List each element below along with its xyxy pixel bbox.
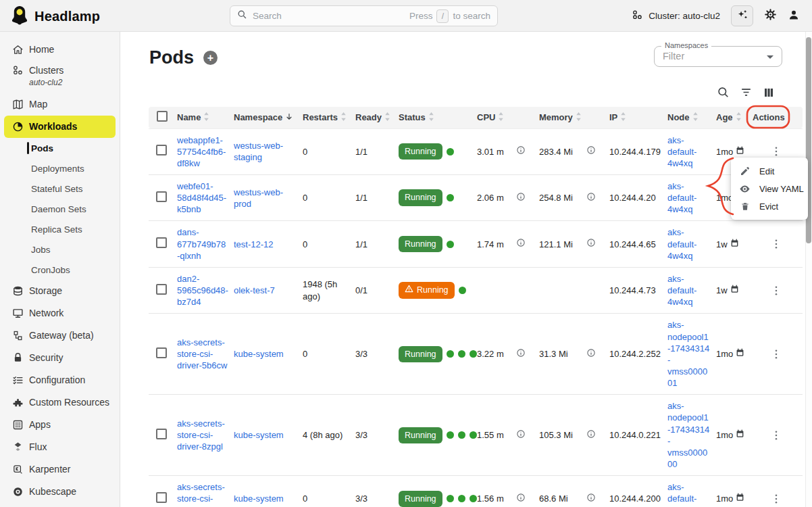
column-header-ip[interactable]: IP bbox=[607, 107, 665, 128]
pod-name-link[interactable]: aks-secrets-store-csi-driver-5b6cw bbox=[177, 337, 227, 370]
row-actions-button[interactable] bbox=[753, 238, 800, 250]
table-filter-button[interactable] bbox=[740, 86, 753, 99]
namespace-link[interactable]: kube-system bbox=[234, 493, 284, 504]
sidebar-item-flux[interactable]: Flux bbox=[0, 436, 120, 458]
menu-item-evict[interactable]: Evict bbox=[731, 197, 808, 215]
select-all-checkbox[interactable] bbox=[157, 111, 168, 122]
namespace-link[interactable]: olek-test-7 bbox=[234, 285, 275, 295]
user-menu-button[interactable] bbox=[788, 9, 800, 24]
table-columns-button[interactable] bbox=[763, 87, 775, 99]
row-actions-button[interactable] bbox=[753, 145, 800, 158]
row-actions-button[interactable] bbox=[753, 348, 800, 360]
pod-name-link[interactable]: dans-677b749b78-qlxnh bbox=[177, 227, 226, 260]
info-icon[interactable] bbox=[516, 238, 526, 250]
namespaces-filter-select[interactable]: Namespaces Filter bbox=[654, 46, 782, 67]
sidebar-item-storage[interactable]: Storage bbox=[0, 280, 120, 302]
sidebar-item-network[interactable]: Network bbox=[0, 302, 120, 324]
sidebar-item-daemon-sets[interactable]: Daemon Sets bbox=[0, 199, 120, 219]
info-icon[interactable] bbox=[586, 145, 596, 158]
sidebar-item-deployments[interactable]: Deployments bbox=[0, 158, 120, 178]
sidebar-item-gateway-beta[interactable]: Gateway (beta) bbox=[0, 324, 120, 347]
column-header-restarts[interactable]: Restarts bbox=[300, 107, 353, 128]
info-icon[interactable] bbox=[586, 429, 596, 441]
sidebar-item-jobs[interactable]: Jobs bbox=[0, 239, 120, 260]
row-checkbox[interactable] bbox=[156, 145, 167, 155]
column-header-actions[interactable]: Actions bbox=[750, 107, 803, 128]
sidebar-item-label: Karpenter bbox=[29, 464, 70, 476]
create-pod-button[interactable]: + bbox=[203, 51, 218, 65]
namespace-cell: westus-web-prod bbox=[231, 174, 300, 220]
column-header-cpu[interactable]: CPU bbox=[474, 107, 536, 128]
sidebar-item-security[interactable]: Security bbox=[0, 347, 120, 369]
sidebar-item-configuration[interactable]: Configuration bbox=[0, 369, 120, 391]
row-checkbox[interactable] bbox=[156, 284, 167, 295]
security-icon bbox=[12, 352, 24, 364]
info-icon[interactable] bbox=[516, 145, 526, 158]
column-header-namespace[interactable]: Namespace bbox=[231, 107, 300, 128]
sidebar-item-home[interactable]: Home bbox=[0, 39, 120, 61]
sidebar-item-workloads[interactable]: Workloads bbox=[4, 116, 116, 138]
namespace-link[interactable]: westus-web-staging bbox=[234, 141, 283, 162]
column-header-memory[interactable]: Memory bbox=[536, 107, 607, 128]
namespace-link[interactable]: kube-system bbox=[234, 430, 284, 440]
ready-dot bbox=[447, 241, 454, 248]
row-checkbox[interactable] bbox=[156, 429, 167, 439]
row-checkbox[interactable] bbox=[156, 347, 167, 358]
row-checkbox[interactable] bbox=[156, 492, 167, 503]
table-search-button[interactable] bbox=[717, 86, 730, 99]
network-icon bbox=[12, 308, 24, 319]
info-icon[interactable] bbox=[516, 429, 526, 441]
info-icon[interactable] bbox=[516, 493, 526, 505]
column-header-status[interactable]: Status bbox=[396, 107, 474, 128]
global-search-input[interactable]: Search Press / to search bbox=[230, 5, 498, 26]
info-icon[interactable] bbox=[586, 493, 596, 505]
cluster-chooser-button[interactable]: Cluster: auto-clu2 bbox=[632, 9, 720, 23]
sidebar-item-clusters[interactable]: Clustersauto-clu2 bbox=[0, 61, 120, 93]
pod-name-link[interactable]: webfe01-58d48f4d45-k5bnb bbox=[177, 181, 226, 214]
info-icon[interactable] bbox=[586, 348, 596, 360]
column-header-name[interactable]: Name bbox=[174, 107, 231, 128]
column-header-ready[interactable]: Ready bbox=[353, 107, 396, 128]
app-brand[interactable]: Headlamp bbox=[11, 5, 100, 28]
info-icon[interactable] bbox=[586, 192, 596, 204]
settings-button[interactable] bbox=[764, 8, 777, 24]
namespace-link[interactable]: test-12-12 bbox=[234, 239, 274, 249]
row-checkbox[interactable] bbox=[156, 237, 167, 248]
row-checkbox[interactable] bbox=[156, 191, 167, 202]
node-link[interactable]: aks-nodepool1-17434314-vmss000000 bbox=[667, 401, 709, 469]
menu-item-edit[interactable]: Edit bbox=[731, 162, 808, 180]
node-link[interactable]: aks-default-4w4xq bbox=[667, 274, 696, 307]
node-link[interactable]: aks-nodepool1-17434314-vmss000001 bbox=[667, 320, 709, 388]
info-icon[interactable] bbox=[516, 192, 526, 204]
sidebar-item-apps[interactable]: Apps bbox=[0, 414, 120, 436]
sidebar-item-stateful-sets[interactable]: Stateful Sets bbox=[0, 178, 120, 199]
column-header-age[interactable]: Age bbox=[713, 107, 750, 128]
info-icon[interactable] bbox=[516, 348, 526, 360]
page-title: Pods bbox=[149, 47, 194, 68]
sidebar-item-karpenter[interactable]: Karpenter bbox=[0, 458, 120, 481]
sidebar-item-pods[interactable]: Pods bbox=[0, 138, 120, 158]
node-link[interactable]: aks-default-4w4xq bbox=[667, 482, 696, 507]
sidebar-item-kubescape[interactable]: Kubescape bbox=[0, 481, 120, 503]
pod-name-link[interactable]: webappfe1-57754c4fb6-df8kw bbox=[177, 135, 226, 168]
menu-item-view-yaml[interactable]: View YAML bbox=[731, 180, 808, 197]
row-actions-button[interactable] bbox=[753, 429, 800, 441]
restarts-cell: 0 bbox=[300, 221, 353, 267]
sidebar-item-custom-resources[interactable]: Custom Resources bbox=[0, 391, 120, 414]
node-link[interactable]: aks-default-4w4xq bbox=[667, 135, 696, 168]
ai-assistant-button[interactable] bbox=[731, 5, 753, 26]
namespace-link[interactable]: westus-web-prod bbox=[234, 187, 283, 209]
pod-name-link[interactable]: aks-secrets-store-csi-driver-8zpgl bbox=[177, 418, 225, 452]
info-icon[interactable] bbox=[586, 238, 596, 250]
row-actions-button[interactable] bbox=[753, 285, 800, 297]
column-header-node[interactable]: Node bbox=[665, 107, 713, 128]
node-link[interactable]: aks-default-4w4xq bbox=[667, 181, 696, 214]
sidebar-item-map[interactable]: Map bbox=[0, 93, 120, 116]
row-actions-button[interactable] bbox=[753, 493, 800, 505]
namespace-link[interactable]: kube-system bbox=[234, 349, 284, 359]
sidebar-item-replica-sets[interactable]: Replica Sets bbox=[0, 219, 120, 239]
sidebar-item-cronjobs[interactable]: CronJobs bbox=[0, 260, 120, 280]
node-link[interactable]: aks-default-4w4xq bbox=[667, 227, 696, 260]
pod-name-link[interactable]: dan2-5965c96d48-bz7d4 bbox=[177, 274, 228, 307]
pod-name-link[interactable]: aks-secrets-store-csi-driver-rh269 bbox=[177, 482, 225, 507]
